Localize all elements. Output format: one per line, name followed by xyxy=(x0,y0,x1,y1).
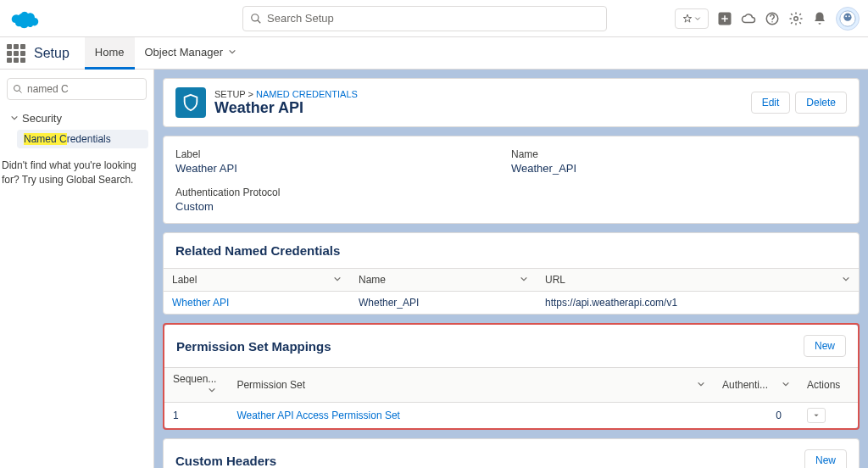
favorites-button[interactable] xyxy=(675,8,709,29)
app-nav: Setup Home Object Manager xyxy=(0,37,868,70)
perm-auth: 0 xyxy=(714,403,798,429)
chevron-down-icon xyxy=(842,275,850,283)
gear-icon[interactable] xyxy=(788,11,804,26)
perm-table: Sequen... Permission Set Authenti... Act… xyxy=(164,367,858,428)
main-content: SETUP > NAMED CREDENTIALS Weather API Ed… xyxy=(154,70,868,468)
svg-point-5 xyxy=(794,16,798,20)
chevron-down-icon xyxy=(697,380,705,388)
chevron-down-icon xyxy=(10,114,19,122)
svg-point-10 xyxy=(14,86,20,92)
new-button[interactable]: New xyxy=(804,335,846,357)
global-search-hint: Didn't find what you're looking for? Try… xyxy=(0,150,153,187)
page-title: Weather API xyxy=(214,99,358,117)
permission-set-mappings-highlight: Permission Set Mappings New Sequen... Pe… xyxy=(163,323,860,430)
detail-card: Label Weather API Name Weather_API Authe… xyxy=(163,136,860,224)
svg-point-8 xyxy=(845,15,847,17)
detail-value-name: Weather_API xyxy=(511,162,847,175)
svg-point-9 xyxy=(849,15,850,17)
app-launcher-icon[interactable] xyxy=(7,44,25,63)
detail-label: Label xyxy=(175,148,511,160)
chevron-down-icon xyxy=(694,15,701,22)
chevron-down-icon xyxy=(520,275,528,283)
page-header: SETUP > NAMED CREDENTIALS Weather API Ed… xyxy=(163,78,860,127)
setup-tree-sidebar: named C Security Named Credentials Didn'… xyxy=(0,70,154,468)
permission-set-mappings: Permission Set Mappings New Sequen... Pe… xyxy=(164,325,858,428)
search-icon xyxy=(250,13,262,25)
svg-point-4 xyxy=(771,21,773,23)
col-actions: Actions xyxy=(798,368,858,403)
related-name: Whether_API xyxy=(350,292,537,315)
detail-value-label: Weather API xyxy=(175,162,511,175)
caret-down-icon xyxy=(813,412,820,419)
perm-seq: 1 xyxy=(164,403,228,429)
svg-point-7 xyxy=(843,13,851,20)
row-actions-button[interactable] xyxy=(807,408,826,423)
svg-line-11 xyxy=(19,91,22,93)
col-authentication[interactable]: Authenti... xyxy=(714,368,798,403)
tab-home[interactable]: Home xyxy=(85,37,135,70)
col-sequence[interactable]: Sequen... xyxy=(164,368,228,403)
edit-button[interactable]: Edit xyxy=(751,92,791,114)
cloud-icon[interactable] xyxy=(741,11,756,26)
perm-set-link[interactable]: Weather API Access Permission Set xyxy=(236,410,400,421)
chevron-down-icon xyxy=(228,47,236,56)
svg-line-1 xyxy=(258,20,261,23)
col-url[interactable]: URL xyxy=(537,269,859,292)
related-table: Label Name URL Whether API Whether_API h… xyxy=(164,268,859,314)
new-button[interactable]: New xyxy=(804,449,847,468)
detail-value-auth: Custom xyxy=(175,200,511,213)
salesforce-logo-icon xyxy=(8,8,39,29)
detail-label: Name xyxy=(511,148,847,160)
table-row: Whether API Whether_API https://api.weat… xyxy=(164,292,859,315)
related-label-link[interactable]: Whether API xyxy=(172,297,229,309)
quick-find-value: named C xyxy=(27,83,69,95)
tree-node-named-credentials[interactable]: Named Credentials xyxy=(17,130,148,148)
section-title: Permission Set Mappings xyxy=(176,339,331,354)
svg-point-0 xyxy=(252,14,259,20)
col-label[interactable]: Label xyxy=(164,269,350,292)
help-icon[interactable] xyxy=(765,11,780,26)
avatar[interactable] xyxy=(836,7,860,31)
breadcrumb: SETUP > NAMED CREDENTIALS xyxy=(214,89,358,99)
add-icon[interactable] xyxy=(717,11,732,26)
tab-object-manager[interactable]: Object Manager xyxy=(135,37,248,70)
table-row: 1 Weather API Access Permission Set 0 xyxy=(164,403,858,429)
related-url: https://api.weatherapi.com/v1 xyxy=(537,292,859,315)
chevron-down-icon xyxy=(208,386,216,394)
chevron-down-icon xyxy=(782,380,790,388)
search-icon xyxy=(13,84,23,94)
search-placeholder: Search Setup xyxy=(267,12,334,25)
breadcrumb-link[interactable]: NAMED CREDENTIALS xyxy=(256,89,358,99)
global-search[interactable]: Search Setup xyxy=(242,6,607,31)
col-permission-set[interactable]: Permission Set xyxy=(228,368,714,403)
app-name: Setup xyxy=(34,46,70,61)
delete-button[interactable]: Delete xyxy=(795,92,847,114)
global-header: Search Setup xyxy=(0,0,868,37)
chevron-down-icon xyxy=(333,275,342,283)
section-title: Custom Headers xyxy=(175,454,276,468)
detail-label: Authentication Protocol xyxy=(175,187,511,198)
section-title: Related Named Credentials xyxy=(164,233,859,268)
astro-icon xyxy=(838,9,857,28)
header-utilities xyxy=(675,7,860,31)
tree-node-security[interactable]: Security xyxy=(0,109,153,128)
related-named-credentials: Related Named Credentials Label Name URL… xyxy=(163,232,860,315)
col-name[interactable]: Name xyxy=(350,269,537,292)
custom-headers: Custom Headers New xyxy=(163,438,860,468)
star-icon xyxy=(682,14,693,24)
bell-icon[interactable] xyxy=(812,11,827,26)
shield-icon xyxy=(175,87,206,118)
quick-find-input[interactable]: named C xyxy=(7,78,147,100)
